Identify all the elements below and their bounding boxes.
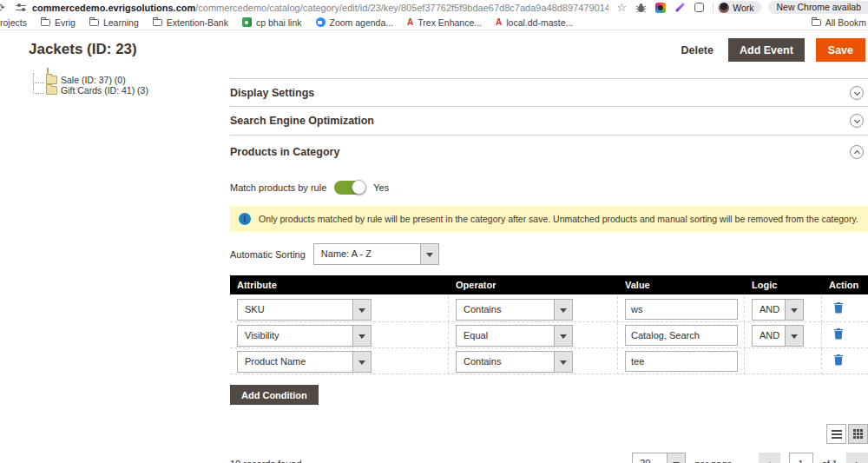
tree-connector <box>33 83 44 94</box>
section-seo[interactable]: Search Engine Optimization <box>230 107 868 136</box>
bookmark-label: rojects <box>0 17 27 28</box>
section-products-in-category[interactable]: Products in Category <box>230 136 868 168</box>
select-arrow-icon <box>554 326 572 346</box>
folder-icon <box>47 68 49 74</box>
all-bookmarks-button[interactable]: All Bookm <box>812 17 866 28</box>
bookmark-item[interactable]: cp bhai link <box>242 17 302 28</box>
toolbar-divider <box>713 3 713 13</box>
select-arrow-icon <box>554 352 572 372</box>
list-icon <box>832 433 842 435</box>
save-button[interactable]: Save <box>816 38 865 62</box>
automatic-sorting-label: Automatic Sorting <box>230 249 306 260</box>
browser-action-icons: ☆ <box>617 2 705 13</box>
add-event-button[interactable]: Add Event <box>728 38 805 62</box>
select-arrow-icon <box>352 326 371 346</box>
bookmark-star-icon[interactable]: ☆ <box>617 2 628 13</box>
bookmark-label: Learning <box>103 17 139 28</box>
url-domain: commercedemo.evrigsolutions.com <box>32 3 195 13</box>
bug-extension-icon[interactable] <box>635 3 647 13</box>
delete-row-button[interactable] <box>834 328 843 342</box>
address-bar[interactable]: commercedemo.evrigsolutions.com/commerce… <box>32 3 608 13</box>
previous-page-button[interactable]: ‹ <box>759 453 780 463</box>
bookmark-folder[interactable]: Evrig <box>41 17 76 28</box>
bookmark-item[interactable]: ATrex Enhance... <box>407 17 482 28</box>
reload-icon[interactable]: ⟳ <box>0 2 9 14</box>
value-input[interactable] <box>625 325 738 346</box>
match-rule-label: Match products by rule <box>230 182 326 193</box>
section-display-settings[interactable]: Display Settings <box>230 78 868 107</box>
select-value: Equal <box>457 326 554 346</box>
folder-icon <box>89 19 99 26</box>
chevron-up-icon[interactable] <box>850 145 864 159</box>
delete-row-button[interactable] <box>834 354 843 368</box>
bookmark-label: cp bhai link <box>256 17 302 28</box>
select-value: AND <box>753 326 785 346</box>
value-input[interactable] <box>625 299 738 320</box>
operator-select[interactable]: Equal <box>456 325 573 347</box>
rule-table: Attribute Operator Value Logic Action SK… <box>230 275 868 374</box>
select-arrow-icon <box>667 453 685 463</box>
extension-icon[interactable] <box>694 3 704 12</box>
rule-row: SKU Contains AND <box>230 296 868 322</box>
chevron-down-icon[interactable] <box>850 114 864 128</box>
add-condition-button[interactable]: Add Condition <box>230 385 319 405</box>
bookmark-folder[interactable]: Learning <box>89 17 139 28</box>
info-icon: i <box>239 213 251 225</box>
warning-favicon: A <box>496 18 502 27</box>
column-header-value: Value <box>618 275 745 294</box>
page-size-select[interactable]: 20 <box>632 453 686 463</box>
tree-item-gift-cards[interactable]: Gift Cards (ID: 41) (3) <box>33 85 224 96</box>
notice-text: Only products matched by rule will be pr… <box>259 214 858 224</box>
warning-favicon: A <box>407 18 413 27</box>
next-page-button[interactable]: › <box>846 453 868 463</box>
bookmark-label: Evrig <box>55 17 76 28</box>
profile-chip[interactable]: Work <box>717 1 760 14</box>
pen-extension-icon[interactable] <box>674 2 686 13</box>
bookmarks-bar: rojects Evrig Learning Extention-Bank cp… <box>0 15 868 30</box>
select-value: Product Name <box>238 352 352 372</box>
bookmark-label: Trex Enhance... <box>418 17 482 28</box>
automatic-sorting-select[interactable]: Name: A - Z <box>313 243 439 265</box>
logic-select[interactable]: AND <box>752 325 804 347</box>
toggle-knob <box>352 180 366 195</box>
attribute-select[interactable]: Visibility <box>237 325 372 347</box>
select-value: AND <box>753 300 785 320</box>
operator-select[interactable]: Contains <box>456 299 573 321</box>
bookmark-label: Extention-Bank <box>167 17 228 28</box>
list-view-button[interactable] <box>826 424 846 444</box>
bookmark-item[interactable]: rojects <box>0 17 27 28</box>
trash-icon <box>834 328 843 340</box>
page-header: Jackets (ID: 23) Delete Add Event Save <box>0 30 868 69</box>
bookmark-label: local.dd-maste... <box>506 17 573 28</box>
current-page-input[interactable] <box>789 453 813 463</box>
site-settings-icon[interactable] <box>16 3 26 12</box>
attribute-select[interactable]: Product Name <box>237 351 372 373</box>
folder-icon <box>46 76 57 84</box>
chevron-down-icon[interactable] <box>850 86 864 100</box>
bookmark-item[interactable]: Zoom agenda... <box>316 17 394 28</box>
zoom-favicon <box>316 17 326 27</box>
tree-item-sale[interactable]: Sale (ID: 37) (0) <box>33 75 224 85</box>
delete-button[interactable]: Delete <box>677 38 717 62</box>
select-arrow-icon <box>785 300 803 320</box>
attribute-select[interactable]: SKU <box>237 299 372 321</box>
select-value: Contains <box>457 352 554 372</box>
bookmark-folder[interactable]: Extention-Bank <box>153 17 228 28</box>
bookmark-label: Zoom agenda... <box>330 17 394 28</box>
all-bookmarks-label: All Bookm <box>825 17 866 28</box>
bookmark-item[interactable]: Alocal.dd-maste... <box>496 17 573 28</box>
match-rule-toggle[interactable] <box>334 181 365 195</box>
tree-connector <box>33 73 44 83</box>
select-value: Contains <box>457 300 554 320</box>
delete-row-button[interactable] <box>834 302 843 316</box>
color-extension-icon[interactable] <box>655 3 666 13</box>
logic-select[interactable]: AND <box>752 299 804 321</box>
pagination: 20 per page ‹ of 1 › <box>632 453 868 463</box>
rule-table-header: Attribute Operator Value Logic Action <box>230 275 868 294</box>
value-input[interactable] <box>625 351 738 372</box>
notice-banner: i Only products matched by rule will be … <box>230 206 868 232</box>
operator-select[interactable]: Contains <box>456 351 573 373</box>
select-arrow-icon <box>352 300 371 320</box>
chrome-update-button[interactable]: New Chrome availab <box>768 1 868 14</box>
grid-view-button[interactable] <box>848 424 868 444</box>
